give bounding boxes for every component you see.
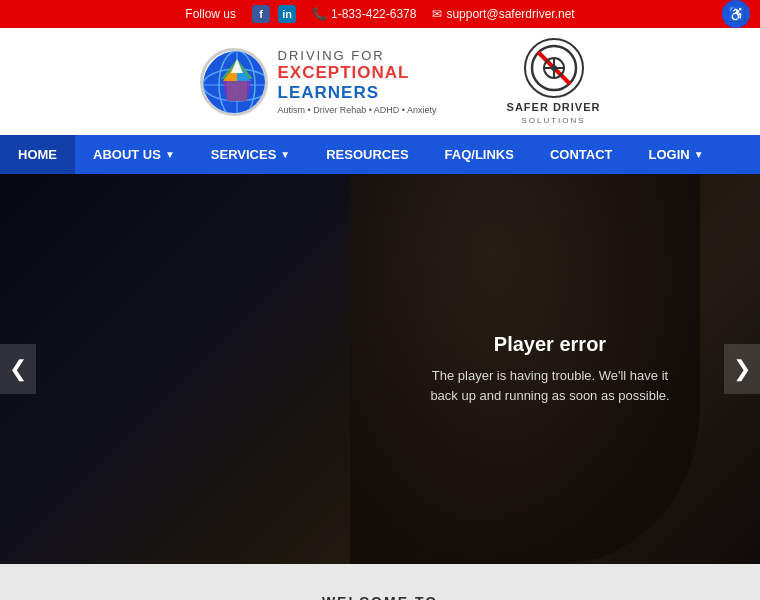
nav-login[interactable]: LOGIN ▼ (631, 135, 722, 174)
about-dropdown-icon: ▼ (165, 149, 175, 160)
email-contact[interactable]: ✉ support@saferdriver.net (432, 7, 574, 21)
nav-home-label: HOME (18, 147, 57, 162)
follow-label: Follow us (185, 7, 236, 21)
nav-services[interactable]: SERVICES ▼ (193, 135, 308, 174)
nav-login-label: LOGIN (649, 147, 690, 162)
player-error: Player error The player is having troubl… (420, 333, 680, 405)
svg-point-13 (551, 65, 557, 71)
prev-icon: ❮ (9, 356, 27, 382)
safer-driver-name: SAFER DRIVER (507, 101, 601, 113)
logo-area: DRIVING FOR EXCEPTIONAL LEARNERS Autism … (160, 40, 477, 124)
linkedin-icon[interactable]: in (278, 5, 296, 23)
nav-services-label: SERVICES (211, 147, 277, 162)
safer-driver-emblem (524, 38, 584, 98)
nav-about-label: ABOUT US (93, 147, 161, 162)
phone-number: 1-833-422-6378 (331, 7, 416, 21)
social-icons: f in (252, 5, 296, 23)
logo-learners: LEARNERS (278, 83, 437, 103)
safer-driver-logo-area: SAFER DRIVER SOLUTIONS (507, 38, 601, 125)
hero-prev-button[interactable]: ❮ (0, 344, 36, 394)
main-nav: HOME ABOUT US ▼ SERVICES ▼ RESOURCES FAQ… (0, 135, 760, 174)
phone-contact[interactable]: 📞 1-833-422-6378 (312, 7, 416, 21)
nav-about-us[interactable]: ABOUT US ▼ (75, 135, 193, 174)
site-header: DRIVING FOR EXCEPTIONAL LEARNERS Autism … (0, 28, 760, 135)
nav-home[interactable]: HOME (0, 135, 75, 174)
player-error-title: Player error (420, 333, 680, 356)
top-bar: Follow us f in 📞 1-833-422-6378 ✉ suppor… (0, 0, 760, 28)
services-dropdown-icon: ▼ (280, 149, 290, 160)
solutions-label: SOLUTIONS (521, 116, 585, 125)
facebook-icon[interactable]: f (252, 5, 270, 23)
logo-driving: DRIVING FOR (278, 48, 437, 63)
hero-section: ❮ ❯ Player error The player is having tr… (0, 174, 760, 564)
nav-faq-label: FAQ/LINKS (445, 147, 514, 162)
globe-svg (203, 51, 268, 116)
player-error-message: The player is having trouble. We'll have… (420, 366, 680, 405)
accessibility-icon: ♿ (728, 6, 745, 22)
nav-faq[interactable]: FAQ/LINKS (427, 135, 532, 174)
hero-next-button[interactable]: ❯ (724, 344, 760, 394)
nav-contact[interactable]: CONTACT (532, 135, 631, 174)
svg-marker-8 (223, 81, 251, 101)
email-address: support@saferdriver.net (446, 7, 574, 21)
email-icon: ✉ (432, 7, 442, 21)
next-icon: ❯ (733, 356, 751, 382)
nav-contact-label: CONTACT (550, 147, 613, 162)
welcome-label: WELCOME TO (20, 594, 740, 600)
logo-tags: Autism • Driver Rehab • ADHD • Anxiety (278, 105, 437, 115)
welcome-section: WELCOME TO SAFER DRIVER SOLUTIONS (0, 564, 760, 600)
login-dropdown-icon: ▼ (694, 149, 704, 160)
globe-logo (200, 48, 268, 116)
phone-icon: 📞 (312, 7, 327, 21)
nav-resources[interactable]: RESOURCES (308, 135, 426, 174)
no-drive-icon (530, 44, 578, 92)
nav-resources-label: RESOURCES (326, 147, 408, 162)
accessibility-button[interactable]: ♿ (722, 0, 750, 28)
logo-text: DRIVING FOR EXCEPTIONAL LEARNERS Autism … (278, 48, 437, 115)
logo-exceptional: EXCEPTIONAL (278, 63, 437, 83)
